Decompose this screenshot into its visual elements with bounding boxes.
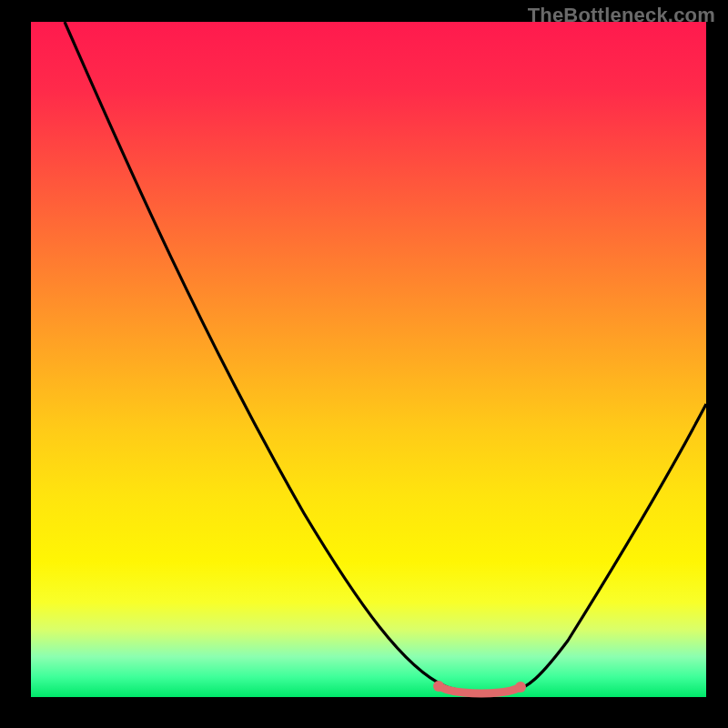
- highlight-dot-right: [515, 682, 526, 693]
- watermark-text: TheBottleneck.com: [528, 4, 715, 27]
- highlight-dot-left: [433, 681, 444, 692]
- chart-frame: [31, 22, 706, 697]
- flat-highlight-segment: [439, 686, 521, 693]
- bottleneck-curve: [65, 22, 706, 693]
- chart-svg: [31, 22, 706, 697]
